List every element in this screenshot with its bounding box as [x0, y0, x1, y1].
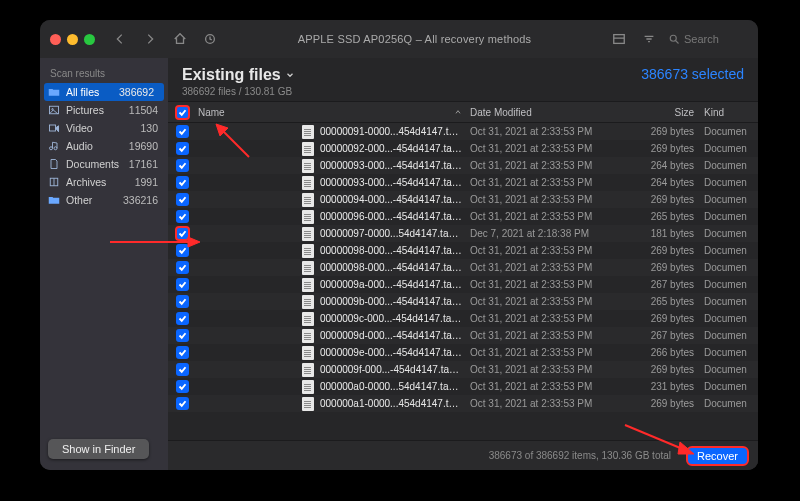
table-row[interactable]: 0000009b-000...-454d4147.tagsetOct 31, 2…: [168, 293, 758, 310]
row-checkbox[interactable]: [176, 142, 189, 155]
file-size: 269 bytes: [622, 245, 704, 256]
file-size: 265 bytes: [622, 296, 704, 307]
row-checkbox[interactable]: [176, 312, 189, 325]
table-row[interactable]: 000000a0-0000...54d4147.tagsetOct 31, 20…: [168, 378, 758, 395]
sidebar-item-all-files[interactable]: All files386692: [44, 83, 164, 101]
file-kind: Documen: [704, 381, 758, 392]
file-size: 269 bytes: [622, 126, 704, 137]
file-size: 181 bytes: [622, 228, 704, 239]
image-icon: [48, 104, 60, 116]
row-checkbox[interactable]: [176, 278, 189, 291]
file-name: 00000096-000...-454d4147.tagset: [320, 211, 464, 222]
row-checkbox[interactable]: [176, 363, 189, 376]
file-name: 000000a0-0000...54d4147.tagset: [320, 381, 464, 392]
table-row[interactable]: 0000009e-000...-454d4147.tagsetOct 31, 2…: [168, 344, 758, 361]
table-row[interactable]: 00000098-000...-454d4147.tagsetOct 31, 2…: [168, 259, 758, 276]
file-kind: Documen: [704, 296, 758, 307]
table-row[interactable]: 00000094-000...-454d4147.tagsetOct 31, 2…: [168, 191, 758, 208]
svg-rect-1: [614, 35, 625, 44]
svg-point-6: [670, 35, 676, 41]
history-button[interactable]: [199, 29, 221, 49]
row-checkbox[interactable]: [176, 125, 189, 138]
filter-button[interactable]: [638, 29, 660, 49]
file-name: 00000091-0000...454d4147.tagset: [320, 126, 464, 137]
row-checkbox[interactable]: [176, 210, 189, 223]
file-icon: [302, 159, 314, 173]
row-checkbox[interactable]: [176, 159, 189, 172]
video-icon: [48, 122, 60, 134]
app-window: APPLE SSD AP0256Q – All recovery methods…: [40, 20, 758, 470]
table-row[interactable]: 00000098-000...-454d4147.tagsetOct 31, 2…: [168, 242, 758, 259]
column-kind[interactable]: Kind: [704, 107, 758, 118]
sidebar-item-video[interactable]: Video130: [40, 119, 168, 137]
sidebar: Scan results All files386692Pictures1150…: [40, 58, 168, 470]
file-name: 0000009e-000...-454d4147.tagset: [320, 347, 464, 358]
table-row[interactable]: 00000093-000...-454d4147.tagsetOct 31, 2…: [168, 174, 758, 191]
recover-button[interactable]: Recover: [687, 447, 748, 465]
zoom-window[interactable]: [84, 34, 95, 45]
row-checkbox[interactable]: [176, 244, 189, 257]
column-name[interactable]: Name: [196, 107, 470, 118]
main-heading[interactable]: Existing files: [182, 66, 295, 84]
file-icon: [302, 397, 314, 411]
file-kind: Documen: [704, 313, 758, 324]
toolbar: APPLE SSD AP0256Q – All recovery methods…: [40, 20, 758, 58]
row-checkbox[interactable]: [176, 176, 189, 189]
row-checkbox[interactable]: [176, 329, 189, 342]
file-name: 00000094-000...-454d4147.tagset: [320, 194, 464, 205]
minimize-window[interactable]: [67, 34, 78, 45]
row-checkbox[interactable]: [176, 295, 189, 308]
sidebar-item-audio[interactable]: Audio19690: [40, 137, 168, 155]
select-all-checkbox[interactable]: [176, 106, 189, 119]
file-size: 265 bytes: [622, 211, 704, 222]
search-placeholder: Search: [684, 33, 719, 45]
table-row[interactable]: 00000091-0000...454d4147.tagsetOct 31, 2…: [168, 123, 758, 140]
row-checkbox[interactable]: [176, 397, 189, 410]
file-kind: Documen: [704, 262, 758, 273]
file-kind: Documen: [704, 228, 758, 239]
row-checkbox[interactable]: [176, 261, 189, 274]
row-checkbox[interactable]: [176, 227, 189, 240]
sidebar-item-archives[interactable]: Archives1991: [40, 173, 168, 191]
sidebar-heading: Scan results: [40, 66, 168, 83]
row-checkbox[interactable]: [176, 380, 189, 393]
nav-forward-button[interactable]: [139, 29, 161, 49]
view-toggle-button[interactable]: [608, 29, 630, 49]
table-row[interactable]: 0000009c-000...-454d4147.tagsetOct 31, 2…: [168, 310, 758, 327]
table-row[interactable]: 00000092-000...-454d4147.tagsetOct 31, 2…: [168, 140, 758, 157]
file-icon: [302, 295, 314, 309]
file-kind: Documen: [704, 177, 758, 188]
nav-back-button[interactable]: [109, 29, 131, 49]
table-row[interactable]: 0000009d-000...-454d4147.tagsetOct 31, 2…: [168, 327, 758, 344]
column-date[interactable]: Date Modified: [470, 107, 622, 118]
show-in-finder-button[interactable]: Show in Finder: [48, 439, 149, 459]
main-subheading: 386692 files / 130.81 GB: [182, 86, 295, 97]
column-size[interactable]: Size: [622, 107, 704, 118]
table-row[interactable]: 00000093-000...-454d4147.tagsetOct 31, 2…: [168, 157, 758, 174]
close-window[interactable]: [50, 34, 61, 45]
file-kind: Documen: [704, 347, 758, 358]
row-checkbox[interactable]: [176, 346, 189, 359]
file-name: 00000093-000...-454d4147.tagset: [320, 177, 464, 188]
row-checkbox[interactable]: [176, 193, 189, 206]
home-button[interactable]: [169, 29, 191, 49]
file-date: Oct 31, 2021 at 2:33:53 PM: [470, 211, 622, 222]
table-row[interactable]: 00000096-000...-454d4147.tagsetOct 31, 2…: [168, 208, 758, 225]
file-size: 266 bytes: [622, 347, 704, 358]
audio-icon: [48, 140, 60, 152]
sidebar-item-documents[interactable]: Documents17161: [40, 155, 168, 173]
file-list[interactable]: 00000091-0000...454d4147.tagsetOct 31, 2…: [168, 123, 758, 440]
table-row[interactable]: 0000009f-000...-454d4147.tagsetOct 31, 2…: [168, 361, 758, 378]
file-name: 0000009b-000...-454d4147.tagset: [320, 296, 464, 307]
sidebar-item-pictures[interactable]: Pictures11504: [40, 101, 168, 119]
table-row[interactable]: 00000097-0000...54d4147.tagsetDec 7, 202…: [168, 225, 758, 242]
file-name: 00000098-000...-454d4147.tagset: [320, 245, 464, 256]
sidebar-item-other[interactable]: Other336216: [40, 191, 168, 209]
file-kind: Documen: [704, 194, 758, 205]
file-size: 269 bytes: [622, 313, 704, 324]
file-kind: Documen: [704, 364, 758, 375]
table-row[interactable]: 0000009a-000...-454d4147.tagsetOct 31, 2…: [168, 276, 758, 293]
table-row[interactable]: 000000a1-0000...454d4147.tagsetOct 31, 2…: [168, 395, 758, 412]
search-field[interactable]: Search: [668, 33, 748, 45]
sidebar-item-label: Other: [66, 194, 117, 206]
